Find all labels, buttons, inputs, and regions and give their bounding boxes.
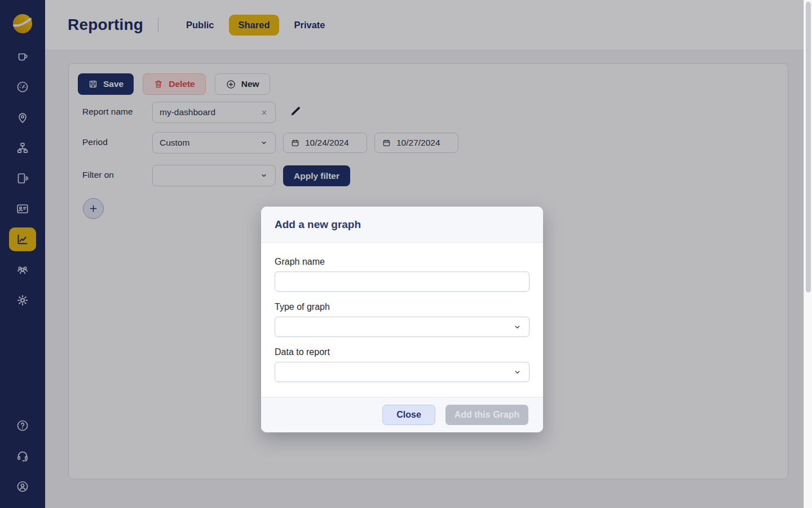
close-button[interactable]: Close <box>382 405 435 425</box>
chevron-down-icon <box>513 367 522 377</box>
scrollbar-thumb[interactable] <box>806 2 811 292</box>
modal-body: Graph name Type of graph Data to report <box>261 257 543 382</box>
data-to-report-select[interactable] <box>275 362 529 382</box>
graph-type-select[interactable] <box>275 317 529 337</box>
graph-name-input[interactable] <box>275 271 529 292</box>
chevron-down-icon <box>513 322 522 332</box>
modal-footer: Close Add this Graph <box>261 397 543 432</box>
scrollbar-track[interactable] <box>804 0 812 508</box>
graph-name-label: Graph name <box>275 257 529 267</box>
graph-type-label: Type of graph <box>275 302 529 312</box>
data-to-report-label: Data to report <box>275 347 529 357</box>
add-this-graph-button[interactable]: Add this Graph <box>445 405 528 425</box>
add-graph-modal: Add a new graph Graph name Type of graph… <box>261 207 543 432</box>
modal-header: Add a new graph <box>261 207 543 243</box>
modal-title: Add a new graph <box>275 218 361 231</box>
